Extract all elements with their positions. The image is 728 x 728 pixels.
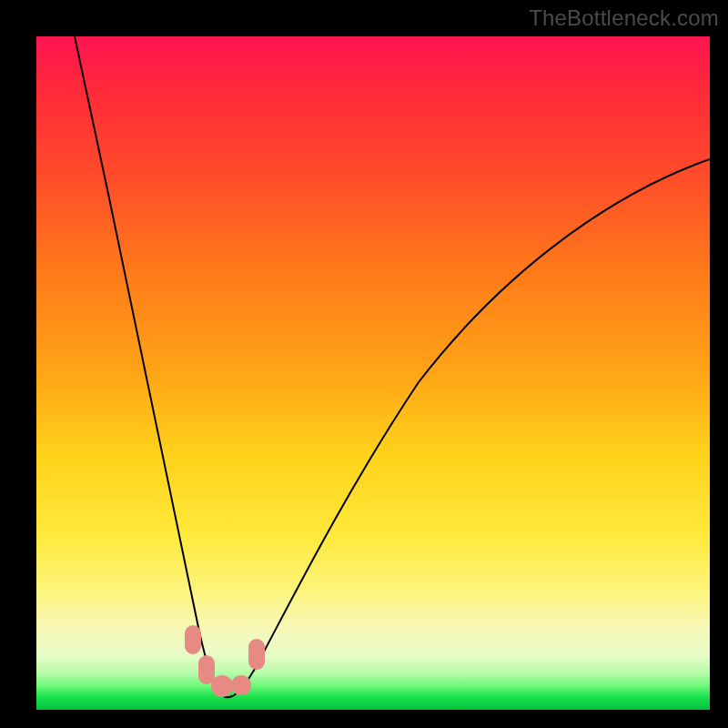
- marker-4: [231, 675, 251, 695]
- bottleneck-curve: [75, 36, 710, 697]
- highlight-markers: [185, 625, 265, 697]
- marker-5: [248, 639, 265, 670]
- plot-area: [36, 36, 710, 710]
- curve-svg: [36, 36, 710, 710]
- marker-2: [198, 655, 215, 684]
- chart-frame: TheBottleneck.com: [0, 0, 728, 728]
- marker-1: [185, 625, 201, 654]
- marker-3: [211, 675, 233, 697]
- watermark-text: TheBottleneck.com: [529, 5, 719, 31]
